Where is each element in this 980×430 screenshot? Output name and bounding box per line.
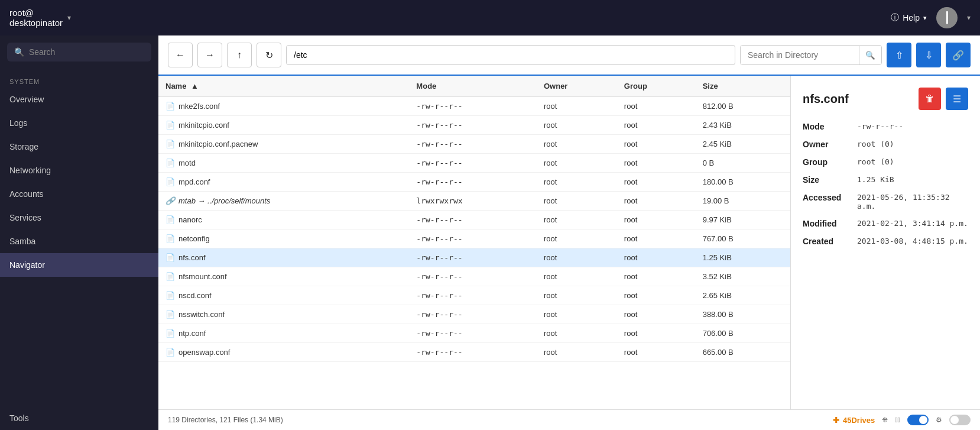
path-input[interactable] <box>286 45 735 65</box>
sidebar-item-tools[interactable]: Tools <box>0 406 158 430</box>
sidebar-item-services[interactable]: Services <box>0 206 158 229</box>
file-icon: 📄 <box>166 272 175 281</box>
table-row[interactable]: 📄 nfs.conf -rw-r--r-- root root 1.25 KiB <box>158 248 790 267</box>
cell-size: 388.00 B <box>696 305 790 324</box>
created-label: Created <box>803 237 850 246</box>
toggle-2[interactable] <box>949 415 971 425</box>
grid-icon[interactable]: ⁜ <box>882 416 888 424</box>
col-group[interactable]: Group <box>617 76 696 97</box>
user-label: root@ desktopinator <box>9 8 63 28</box>
chevron-down-icon: ▾ <box>923 14 927 22</box>
detail-mode-row: Mode -rw-r--r-- <box>803 122 968 131</box>
cell-group: root <box>617 192 696 211</box>
size-label: Size <box>803 175 850 185</box>
back-button[interactable]: ← <box>168 43 193 67</box>
table-row[interactable]: 🔗 mtab → ../proc/self/mounts lrwxrwxrwx … <box>158 192 790 211</box>
sidebar-search[interactable]: 🔍 <box>7 43 151 62</box>
cell-owner: root <box>537 97 617 116</box>
search-icon: 🔍 <box>14 47 24 57</box>
table-row[interactable]: 📄 netconfig -rw-r--r-- root root 767.00 … <box>158 229 790 248</box>
cell-owner: root <box>537 192 617 211</box>
sidebar-item-navigator[interactable]: Navigator <box>0 253 158 277</box>
toggle-1[interactable] <box>907 415 929 425</box>
size-value: 1.25 KiB <box>857 175 894 185</box>
cell-name: 📄 netconfig <box>158 229 409 248</box>
sidebar-item-storage[interactable]: Storage <box>0 135 158 159</box>
link-button[interactable]: 🔗 <box>946 43 971 67</box>
table-row[interactable]: 📄 motd -rw-r--r-- root root 0 B <box>158 154 790 173</box>
download-button[interactable]: ⇩ <box>916 43 941 67</box>
file-area: Name ▲ Mode Owner Group Size 📄 mke2fs.co… <box>158 76 980 409</box>
cell-owner: root <box>537 173 617 192</box>
col-mode[interactable]: Mode <box>409 76 537 97</box>
chevron-down-icon: ▾ <box>67 14 71 22</box>
cell-group: root <box>617 97 696 116</box>
forward-button[interactable]: → <box>197 43 222 67</box>
detail-modified-row: Modified 2021-02-21, 3:41:14 p.m. <box>803 219 968 228</box>
cell-size: 19.00 B <box>696 192 790 211</box>
search-directory-button[interactable]: 🔍 <box>859 46 881 64</box>
table-row[interactable]: 📄 mke2fs.conf -rw-r--r-- root root 812.0… <box>158 97 790 116</box>
cell-size: 706.00 B <box>696 324 790 343</box>
table-row[interactable]: 📄 nscd.conf -rw-r--r-- root root 2.65 Ki… <box>158 286 790 305</box>
group-label: Group <box>803 157 850 167</box>
table-row[interactable]: 📄 nfsmount.conf -rw-r--r-- root root 3.5… <box>158 267 790 286</box>
search-directory: 🔍 <box>740 45 882 65</box>
sidebar-item-samba[interactable]: Samba <box>0 229 158 253</box>
table-row[interactable]: 📄 mkinitcpio.conf -rw-r--r-- root root 2… <box>158 116 790 135</box>
cell-mode: -rw-r--r-- <box>409 211 537 229</box>
sidebar-search-input[interactable] <box>29 47 144 57</box>
table-header-row: Name ▲ Mode Owner Group Size <box>158 76 790 97</box>
file-table-wrap[interactable]: Name ▲ Mode Owner Group Size 📄 mke2fs.co… <box>158 76 791 409</box>
detail-action-buttons: 🗑 ☰ <box>919 88 968 110</box>
table-row[interactable]: 📄 nanorc -rw-r--r-- root root 9.97 KiB <box>158 211 790 229</box>
file-table: Name ▲ Mode Owner Group Size 📄 mke2fs.co… <box>158 76 790 362</box>
main-content: ← → ↑ ↻ 🔍 ⇧ ⇩ 🔗 <box>158 35 980 430</box>
topbar-user[interactable]: root@ desktopinator ▾ <box>9 8 71 28</box>
table-row[interactable]: 📄 nsswitch.conf -rw-r--r-- root root 388… <box>158 305 790 324</box>
file-icon: 📄 <box>166 291 175 300</box>
cell-owner: root <box>537 116 617 135</box>
sidebar-item-accounts[interactable]: Accounts <box>0 182 158 206</box>
up-button[interactable]: ↑ <box>227 43 252 67</box>
cell-name: 🔗 mtab → ../proc/self/mounts <box>158 192 409 211</box>
file-icon: 📄 <box>166 121 175 130</box>
help-button[interactable]: ⓘ Help ▾ <box>891 12 927 23</box>
search-directory-input[interactable] <box>741 46 859 64</box>
upload-button[interactable]: ⇧ <box>887 43 911 67</box>
table-row[interactable]: 📄 mpd.conf -rw-r--r-- root root 180.00 B <box>158 173 790 192</box>
cell-size: 0 B <box>696 154 790 173</box>
refresh-button[interactable]: ↻ <box>257 43 281 67</box>
col-size[interactable]: Size <box>696 76 790 97</box>
accessed-value: 2021-05-26, 11:35:32 a.m. <box>857 193 968 211</box>
table-row[interactable]: 📄 mkinitcpio.conf.pacnew -rw-r--r-- root… <box>158 135 790 154</box>
cell-group: root <box>617 286 696 305</box>
sidebar-item-logs[interactable]: Logs <box>0 111 158 135</box>
table-row[interactable]: 📄 ntp.conf -rw-r--r-- root root 706.00 B <box>158 324 790 343</box>
cell-owner: root <box>537 343 617 362</box>
detail-owner-row: Owner root (0) <box>803 140 968 149</box>
cell-mode: -rw-r--r-- <box>409 173 537 192</box>
avatar-icon: ┃ <box>944 11 950 24</box>
cell-owner: root <box>537 305 617 324</box>
cell-owner: root <box>537 135 617 154</box>
table-row[interactable]: 📄 openswap.conf -rw-r--r-- root root 665… <box>158 343 790 362</box>
cell-size: 812.00 B <box>696 97 790 116</box>
delete-button[interactable]: 🗑 <box>919 88 941 110</box>
col-owner[interactable]: Owner <box>537 76 617 97</box>
section-system-label: System <box>0 69 158 88</box>
cell-mode: -rw-r--r-- <box>409 286 537 305</box>
file-icon: 📄 <box>166 215 175 224</box>
cell-group: root <box>617 267 696 286</box>
cell-size: 1.25 KiB <box>696 248 790 267</box>
detail-panel: nfs.conf 🗑 ☰ Mode -rw-r--r-- Ow <box>791 76 980 409</box>
edit-button[interactable]: ☰ <box>946 88 968 110</box>
cell-name: 📄 nanorc <box>158 211 409 229</box>
sidebar-item-overview[interactable]: Overview <box>0 88 158 111</box>
cell-owner: root <box>537 267 617 286</box>
col-name[interactable]: Name ▲ <box>158 76 409 97</box>
user-avatar[interactable]: ┃ <box>936 7 958 28</box>
sidebar-item-networking[interactable]: Networking <box>0 159 158 182</box>
hidden-files-icon[interactable]: 👁̸ <box>895 416 900 424</box>
settings-icon[interactable]: ⚙ <box>936 416 942 424</box>
